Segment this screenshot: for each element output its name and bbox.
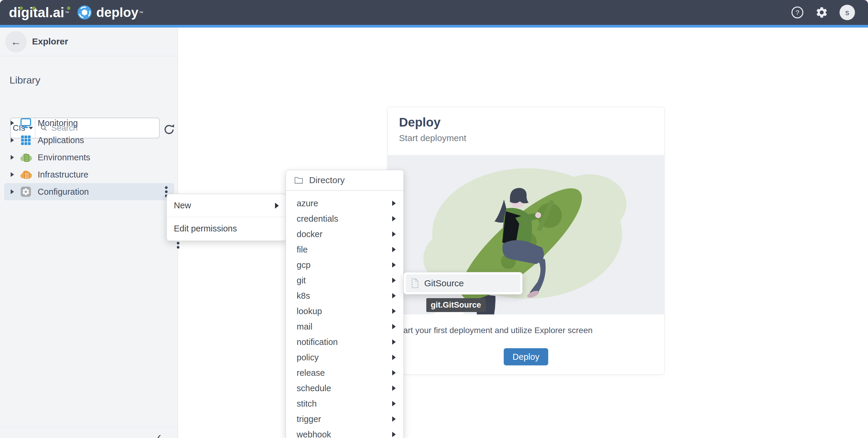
tree-item-environments[interactable]: Environments bbox=[4, 149, 174, 166]
expander-icon[interactable] bbox=[11, 155, 14, 160]
card-subtitle: Start deployment bbox=[399, 133, 466, 143]
submenu-item-policy[interactable]: policy bbox=[286, 350, 403, 365]
submenu-item-notification[interactable]: notification bbox=[286, 334, 403, 350]
cloud-servers-icon bbox=[19, 151, 32, 164]
submenu-arrow-icon bbox=[392, 308, 396, 314]
submenu-item-k8s[interactable]: k8s bbox=[286, 288, 403, 303]
submenu-arrow-icon bbox=[392, 293, 396, 298]
grid-icon bbox=[19, 134, 32, 147]
submenu-arrow-icon bbox=[392, 385, 396, 391]
folder-icon bbox=[294, 175, 304, 185]
sidebar-title: Explorer bbox=[32, 36, 68, 46]
submenu-arrow-icon bbox=[392, 247, 396, 252]
submenu-arrow-icon bbox=[392, 262, 396, 268]
submenu-arrow-icon bbox=[392, 339, 396, 345]
file-dashed-icon bbox=[410, 278, 420, 289]
app-window: digital.ai ™ deploy ™ ? s ← Explorer bbox=[0, 0, 868, 438]
submenu-arrow-icon bbox=[392, 324, 396, 329]
submenu-item-azure[interactable]: azure bbox=[286, 196, 403, 211]
submenu-item-credentials[interactable]: credentials bbox=[286, 211, 403, 227]
submenu-arrow-icon bbox=[392, 201, 396, 206]
submenu-item-git[interactable]: git bbox=[286, 273, 403, 288]
brand-text: digital.ai bbox=[9, 5, 64, 20]
menu-item-label: New bbox=[174, 201, 191, 210]
tree-item-label: Monitoring bbox=[38, 118, 78, 128]
trademark-symbol: ™ bbox=[139, 10, 143, 15]
accent-stripe bbox=[0, 25, 868, 28]
submenu-item-lookup[interactable]: lookup bbox=[286, 303, 403, 319]
tree-item-infrastructure[interactable]: Infrastructure bbox=[4, 166, 174, 183]
cloud-grid-icon bbox=[19, 168, 32, 181]
tree-item-label: Configuration bbox=[38, 187, 89, 197]
tree-item-monitoring[interactable]: Monitoring bbox=[4, 114, 174, 132]
svg-text:?: ? bbox=[796, 9, 800, 16]
expander-icon[interactable] bbox=[11, 138, 14, 142]
submenu-item-file[interactable]: file bbox=[286, 242, 403, 257]
trademark-symbol: ™ bbox=[65, 10, 69, 15]
submenu-item-webhook[interactable]: webhook bbox=[286, 427, 403, 438]
explorer-header: ← Explorer bbox=[0, 28, 178, 56]
expander-icon[interactable] bbox=[11, 121, 14, 125]
type-tooltip: git.GitSource bbox=[426, 298, 486, 312]
submenu-item-stitch[interactable]: stitch bbox=[286, 396, 403, 411]
tree-item-label: Infrastructure bbox=[38, 170, 88, 179]
submenu-header-directory[interactable]: Directory bbox=[286, 170, 403, 191]
logo-green-dot bbox=[67, 6, 70, 10]
context-menu-item-new[interactable]: New bbox=[167, 194, 286, 217]
deploy-button[interactable]: Deploy bbox=[504, 348, 548, 365]
submenu-arrow-icon bbox=[392, 432, 396, 437]
card-hint-text: Start your first deployment and utilize … bbox=[396, 326, 593, 335]
flyout-item-label: GitSource bbox=[424, 278, 464, 288]
help-icon[interactable]: ? bbox=[791, 6, 804, 19]
submenu-arrow-icon bbox=[392, 231, 396, 237]
settings-gear-icon[interactable] bbox=[815, 6, 828, 19]
collapse-sidebar-icon[interactable]: ‹ bbox=[157, 430, 161, 438]
tree-item-configuration[interactable]: Configuration bbox=[4, 183, 174, 200]
tree-item-label: Applications bbox=[38, 135, 84, 145]
tree-item-label: Environments bbox=[38, 153, 90, 162]
submenu-item-release[interactable]: release bbox=[286, 365, 403, 380]
submenu-item-trigger[interactable]: trigger bbox=[286, 411, 403, 427]
explorer-sidebar: ← Explorer Library CIs bbox=[0, 28, 178, 438]
context-menu: New Edit permissions bbox=[166, 194, 286, 241]
menu-item-label: Edit permissions bbox=[174, 224, 237, 234]
expander-icon[interactable] bbox=[11, 189, 14, 194]
submenu-arrow-icon bbox=[392, 278, 396, 283]
type-submenu: Directory azure credentials docker file … bbox=[286, 170, 404, 438]
back-button[interactable]: ← bbox=[5, 31, 27, 53]
library-tree: Monitoring Applications bbox=[4, 114, 174, 200]
digitalai-logo: digital.ai bbox=[9, 4, 64, 21]
avatar-initial: s bbox=[845, 8, 849, 17]
expander-icon[interactable] bbox=[11, 172, 14, 177]
submenu-header-label: Directory bbox=[309, 175, 345, 185]
brand-logo: digital.ai ™ deploy ™ bbox=[9, 4, 143, 21]
flyout-item-gitsource[interactable]: GitSource bbox=[406, 274, 520, 292]
product-name: deploy bbox=[96, 5, 138, 20]
submenu-item-schedule[interactable]: schedule bbox=[286, 380, 403, 396]
deploy-card: Deploy Start deployment bbox=[388, 107, 664, 375]
context-menu-item-edit-permissions[interactable]: Edit permissions bbox=[167, 217, 286, 240]
submenu-item-docker[interactable]: docker bbox=[286, 227, 403, 242]
gitsource-flyout: GitSource bbox=[403, 272, 523, 295]
monitor-icon bbox=[19, 116, 32, 130]
top-bar: digital.ai ™ deploy ™ ? s bbox=[0, 0, 868, 25]
logo-green-dot bbox=[20, 6, 23, 10]
submenu-arrow-icon bbox=[392, 355, 396, 360]
submenu-arrow-icon bbox=[392, 370, 396, 375]
deploy-logo-icon bbox=[77, 5, 92, 20]
submenu-item-gcp[interactable]: gcp bbox=[286, 257, 403, 273]
gear-box-icon bbox=[19, 185, 32, 198]
submenu-arrow-icon bbox=[392, 216, 396, 222]
card-title: Deploy bbox=[399, 115, 440, 130]
logo-green-dot bbox=[32, 6, 36, 10]
deploy-button-label: Deploy bbox=[513, 352, 539, 362]
library-heading: Library bbox=[9, 74, 40, 86]
submenu-item-mail[interactable]: mail bbox=[286, 319, 403, 334]
submenu-arrow-icon bbox=[275, 203, 279, 209]
user-avatar[interactable]: s bbox=[839, 5, 855, 20]
tree-item-applications[interactable]: Applications bbox=[4, 132, 174, 149]
submenu-list: azure credentials docker file gcp git k8… bbox=[286, 191, 403, 438]
submenu-arrow-icon bbox=[392, 416, 396, 422]
submenu-arrow-icon bbox=[392, 401, 396, 406]
back-arrow-icon: ← bbox=[11, 36, 21, 48]
